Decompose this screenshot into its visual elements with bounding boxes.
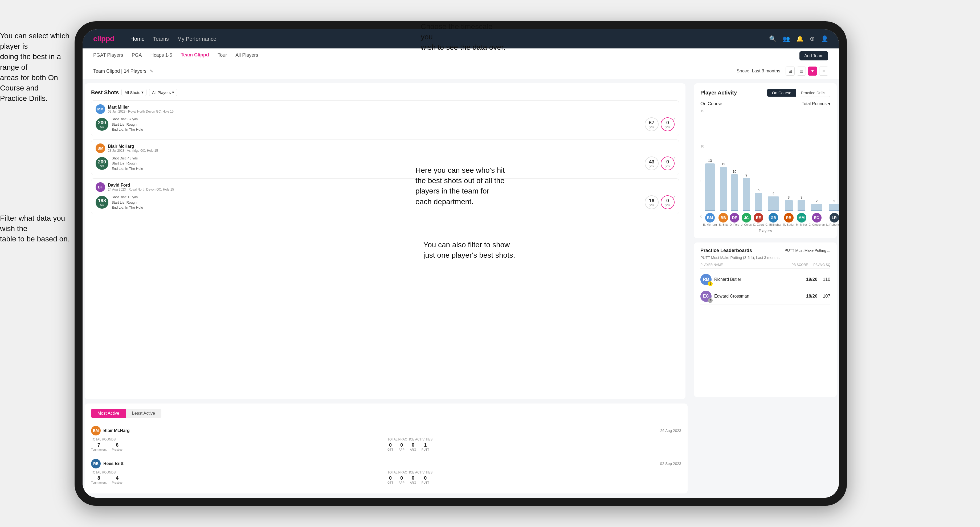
- shot-details-3: Shot Dist: 16 yds Start Lie: Rough End L…: [111, 195, 642, 210]
- nav-myperformance[interactable]: My Performance: [177, 36, 216, 42]
- leaderboard-cols: PLAYER NAME PB SCORE PB AVG SQ: [700, 263, 830, 268]
- matt-miller-name: Matt Miller: [108, 105, 173, 110]
- team-header: Team Clippd | 14 Players ✎ Show: Last 3 …: [83, 63, 839, 79]
- chevron-right-icon-2[interactable]: ›: [673, 154, 675, 160]
- tablet-screen: clippd Home Teams My Performance 🔍 👥 🔔 ⊕…: [83, 29, 839, 498]
- practice-leaderboards-panel: Practice Leaderboards PUTT Must Make Put…: [694, 243, 837, 397]
- bar-group-5: 4GBG. Billingham: [765, 192, 781, 226]
- act-stats-2: Total Rounds 8 Tournament 4 Practice: [91, 471, 681, 484]
- lb-avg-2: 107: [823, 294, 830, 299]
- show-label: Show:: [737, 68, 749, 74]
- lb-score-1: 19/20: [806, 277, 818, 282]
- act-practice-activities-1: Total Practice Activities 0 GTT 0 APP: [387, 438, 681, 451]
- player-activity-panel: Player Activity On Course Practice Drill…: [694, 83, 837, 238]
- least-active-tab[interactable]: Least Active: [126, 409, 161, 418]
- blair-mcharg-name: Blair McHarg: [108, 144, 158, 149]
- chart-header: On Course Total Rounds ▾: [700, 101, 830, 106]
- david-ford-avatar: DF: [95, 182, 105, 192]
- nav-home[interactable]: Home: [130, 36, 144, 42]
- blair-act-avatar: BM: [91, 426, 101, 435]
- lb-name-1: Richard Butler: [714, 277, 741, 282]
- act-card-1-header: BM Blair McHarg 26 Aug 2023: [91, 426, 681, 435]
- arg-2: 0 ARG: [410, 475, 416, 484]
- putt-1: 1 PUTT: [422, 442, 429, 451]
- add-circle-icon[interactable]: ⊕: [810, 35, 815, 42]
- metric-dist-2: 43 yds: [645, 157, 659, 170]
- main-content: Player Activity On Course Practice Drill…: [83, 79, 839, 498]
- blair-act-name: Blair McHarg: [103, 428, 130, 433]
- on-course-toggle[interactable]: On Course: [767, 89, 796, 97]
- most-active-tab[interactable]: Most Active: [91, 409, 126, 418]
- best-shots-title: Best Shots: [91, 89, 119, 95]
- bell-icon[interactable]: 🔔: [796, 35, 803, 42]
- search-icon[interactable]: 🔍: [769, 35, 776, 42]
- blair-mcharg-info: Blair McHarg 23 Jul 2023 · Ashridge GC, …: [108, 144, 158, 152]
- drill-dropdown[interactable]: PUTT Must Make Putting ...: [784, 248, 830, 252]
- shot-card-3-body: 198 SG Shot Dist: 16 yds Start Lie: Roug…: [95, 195, 675, 210]
- heart-view-icon[interactable]: ♥: [808, 67, 817, 76]
- lb-score-2: 18/20: [806, 294, 818, 299]
- total-rounds-dropdown[interactable]: Total Rounds ▾: [802, 102, 830, 106]
- act-practice-cols-2: 0 GTT 0 APP 0 ARG: [387, 475, 681, 484]
- annotation-top-left: You can select which player isdoing the …: [0, 30, 80, 103]
- drill-subtitle: PUTT Must Make Putting (3-6 ft), Last 3 …: [700, 256, 830, 260]
- subnav-allplayers[interactable]: All Players: [235, 52, 258, 59]
- bar-group-8: 2ECE. Crossman: [809, 199, 825, 226]
- col-player-name: PLAYER NAME: [700, 263, 786, 267]
- lb-player-2: EC 2 Edward Crossman: [700, 290, 801, 302]
- act-card-2-header: RB Rees Britt 02 Sep 2023: [91, 459, 681, 468]
- tournament-stat-2: 8 Tournament: [91, 475, 107, 484]
- list-view-icon[interactable]: ▤: [797, 67, 806, 76]
- rank-badge-2: 2: [708, 298, 713, 303]
- chevron-right-icon-1[interactable]: ›: [673, 115, 675, 121]
- lb-avatar-2: EC 2: [700, 290, 711, 302]
- blair-mcharg-meta: 23 Jul 2023 · Ashridge GC, Hole 15: [108, 149, 158, 152]
- bar-group-6: 3RBR. Butler: [783, 195, 794, 226]
- david-ford-info: David Ford 24 Aug 2023 · Royal North Dev…: [108, 183, 174, 191]
- on-course-label: On Course: [700, 101, 722, 106]
- bar-group-2: 10DFD. Ford: [730, 170, 740, 226]
- act-practice-cols-1: 0 GTT 0 APP 0 ARG: [387, 442, 681, 451]
- activity-tabs: Most Active Least Active: [91, 409, 681, 418]
- annotation-bottom-right-1: Here you can see who's hitthe best shots…: [415, 165, 504, 207]
- settings-view-icon[interactable]: ≡: [819, 67, 828, 76]
- grid-view-icon[interactable]: ⊞: [786, 67, 795, 76]
- edit-icon[interactable]: ✎: [150, 69, 153, 74]
- david-ford-name: David Ford: [108, 183, 174, 187]
- shot-metrics-1: 67 yds 0 yds: [645, 117, 675, 131]
- bar-chart-container: 151050 13BMB. McHarg12BBB. Britt10DFD. F…: [700, 109, 830, 233]
- act-stats-1: Total Rounds 7 Tournament 6 Practice: [91, 438, 681, 451]
- practice-stat-2: 4 Practice: [112, 475, 123, 484]
- metric-end-2: 0 yds: [661, 157, 675, 170]
- practice-title: Practice Leaderboards: [700, 248, 752, 253]
- act-stat-cols-2: 8 Tournament 4 Practice: [91, 475, 385, 484]
- nav-teams[interactable]: Teams: [153, 36, 169, 42]
- best-shots-header: Best Shots All Shots ▾ All Players ▾: [91, 89, 679, 96]
- people-icon[interactable]: 👥: [783, 35, 790, 42]
- show-select[interactable]: Last 3 months: [752, 68, 780, 74]
- bar-group-7: 3MMM. Miller: [796, 195, 807, 226]
- all-players-dropdown[interactable]: All Players ▾: [149, 89, 177, 96]
- matt-miller-avatar: MM: [95, 104, 105, 114]
- subnav-tour[interactable]: Tour: [218, 52, 227, 59]
- nav-icons: 🔍 👥 🔔 ⊕ 👤: [769, 35, 828, 42]
- practice-drills-toggle[interactable]: Practice Drills: [796, 89, 830, 97]
- x-axis-label: Players: [700, 229, 830, 233]
- matt-miller-meta: 09 Jun 2023 · Royal North Devon GC, Hole…: [108, 110, 173, 113]
- profile-icon[interactable]: 👤: [821, 35, 828, 42]
- shot-badge-2: 200 SG: [95, 157, 108, 170]
- subnav-hcaps[interactable]: Hcaps 1-5: [150, 52, 172, 59]
- subnav-teamclippd[interactable]: Team Clippd: [181, 52, 209, 59]
- col-pb-score: PB SCORE: [791, 263, 808, 267]
- shot-metrics-2: 43 yds 0 yds: [645, 157, 675, 170]
- shot-badge-3: 198 SG: [95, 196, 108, 209]
- add-team-button[interactable]: Add Team: [799, 51, 828, 60]
- tablet-frame: clippd Home Teams My Performance 🔍 👥 🔔 ⊕…: [75, 21, 847, 506]
- course-toggle: On Course Practice Drills: [767, 89, 830, 97]
- subnav-pgat[interactable]: PGAT Players: [93, 52, 123, 59]
- lb-name-2: Edward Crossman: [714, 294, 749, 298]
- chevron-right-icon-3[interactable]: ›: [673, 193, 675, 199]
- best-shots-panel: Best Shots All Shots ▾ All Players ▾ MM …: [85, 83, 686, 399]
- subnav-pga[interactable]: PGA: [132, 52, 142, 59]
- all-shots-dropdown[interactable]: All Shots ▾: [121, 89, 146, 96]
